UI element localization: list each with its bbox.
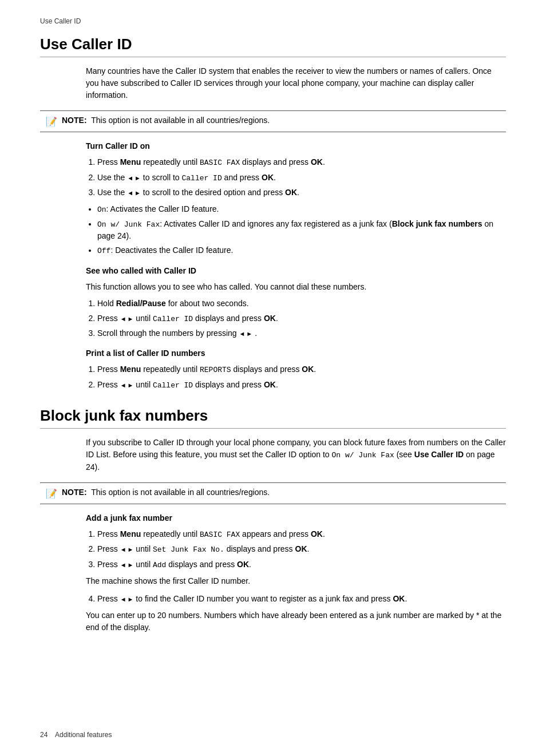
subsection-title-3: Print a list of Caller ID numbers: [86, 349, 506, 358]
bullet-1-3: Off: Deactivates the Caller ID feature.: [97, 244, 506, 257]
mid-text: The machine shows the first Caller ID nu…: [86, 575, 506, 587]
breadcrumb: Use Caller ID: [40, 17, 506, 25]
note-icon-2: 📝: [46, 488, 57, 499]
section1-intro: Many countries have the Caller ID system…: [86, 65, 506, 101]
note-text-2: NOTE: This option is not available in al…: [62, 488, 270, 497]
subsection-print-list: Print a list of Caller ID numbers Press …: [86, 349, 506, 391]
step-1-3: Use the ◄► to scroll to the desired opti…: [97, 187, 506, 199]
note-box-2: 📝 NOTE: This option is not available in …: [40, 482, 506, 504]
step-3-1: Press Menu repeatedly until REPORTS disp…: [97, 363, 506, 376]
step-3-2: Press ◄► until Caller ID displays and pr…: [97, 379, 506, 391]
see-who-called-steps: Hold Redial/Pause for about two seconds.…: [97, 298, 506, 340]
section2-intro: If you subscribe to Caller ID through yo…: [86, 437, 506, 473]
subsection-add-junk-fax: Add a junk fax number Press Menu repeate…: [86, 513, 506, 634]
subsection-title-2: See who called with Caller ID: [86, 266, 506, 275]
footer: 24 Additional features: [40, 731, 112, 739]
step-4-2: Press ◄► until Set Junk Fax No. displays…: [97, 543, 506, 556]
subsection-turn-caller-id-on: Turn Caller ID on Press Menu repeatedly …: [86, 141, 506, 257]
step-1-1: Press Menu repeatedly until BASIC FAX di…: [97, 156, 506, 169]
page-number: 24: [40, 731, 48, 739]
step-4-3: Press ◄► until Add displays and press OK…: [97, 559, 506, 571]
step-2-3: Scroll through the numbers by pressing ◄…: [97, 327, 506, 339]
step-2-2: Press ◄► until Caller ID displays and pr…: [97, 312, 506, 325]
note-icon-1: 📝: [46, 116, 57, 127]
note-text-1: NOTE: This option is not available in al…: [62, 116, 270, 125]
add-junk-fax-steps: Press Menu repeatedly until BASIC FAX ap…: [97, 528, 506, 571]
step-2-1: Hold Redial/Pause for about two seconds.: [97, 298, 506, 310]
page: Use Caller ID Use Caller ID Many countri…: [0, 0, 546, 756]
section1-title: Use Caller ID: [40, 35, 506, 57]
step-1-2: Use the ◄► to scroll to Caller ID and pr…: [97, 172, 506, 184]
section2-title: Block junk fax numbers: [40, 407, 506, 429]
subsection-title-4: Add a junk fax number: [86, 513, 506, 523]
turn-caller-id-bullets: On: Activates the Caller ID feature. On …: [97, 203, 506, 257]
bullet-1-1: On: Activates the Caller ID feature.: [97, 203, 506, 216]
note-box-1: 📝 NOTE: This option is not available in …: [40, 110, 506, 132]
subsection-see-who-called: See who called with Caller ID This funct…: [86, 266, 506, 340]
step-4-1: Press Menu repeatedly until BASIC FAX ap…: [97, 528, 506, 541]
subsection-title-1: Turn Caller ID on: [86, 141, 506, 151]
step-4-4: Press ◄► to find the Caller ID number yo…: [97, 593, 506, 605]
print-list-steps: Press Menu repeatedly until REPORTS disp…: [97, 363, 506, 391]
turn-caller-id-steps: Press Menu repeatedly until BASIC FAX di…: [97, 156, 506, 199]
add-junk-fax-step4: Press ◄► to find the Caller ID number yo…: [97, 593, 506, 605]
see-who-called-intro: This function allows you to see who has …: [86, 281, 506, 293]
end-text: You can enter up to 20 numbers. Numbers …: [86, 609, 506, 634]
footer-section: Additional features: [55, 731, 112, 739]
bullet-1-2: On w/ Junk Fax: Activates Caller ID and …: [97, 218, 506, 243]
